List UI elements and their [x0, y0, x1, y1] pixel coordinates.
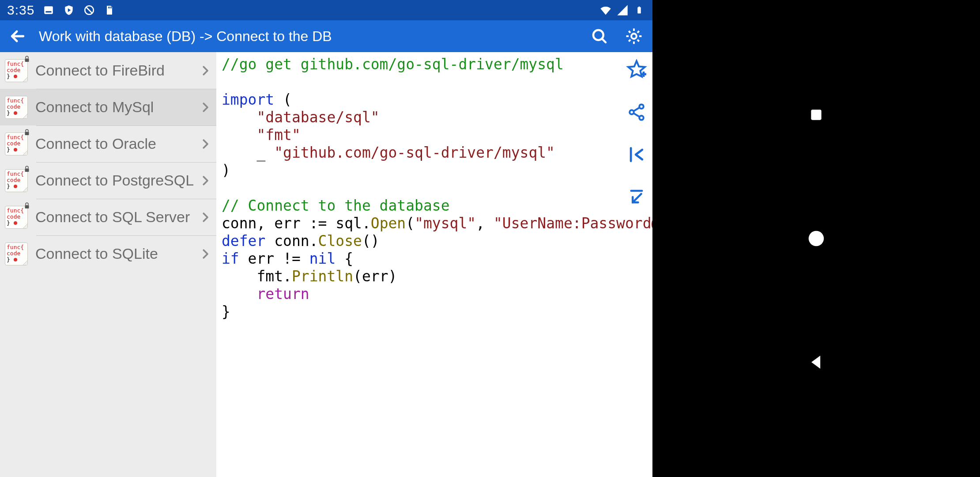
svg-rect-7	[639, 7, 640, 8]
lock-icon	[23, 129, 31, 136]
list-item-label: Connect to MySql	[35, 98, 199, 116]
page-title: Work with database (DB) -> Connect to th…	[39, 28, 577, 45]
battery-icon	[633, 4, 645, 16]
svg-rect-13	[25, 205, 29, 208]
nav-recent-button[interactable]	[803, 102, 829, 128]
android-nav-bar	[652, 0, 980, 477]
list-item-label: Connect to SQL Server	[35, 208, 199, 226]
code-snippet-icon: func{code}	[4, 241, 29, 267]
keyboard-status-icon	[42, 4, 55, 16]
code-snippet-icon: func{code}	[4, 131, 29, 157]
minimize-button[interactable]	[625, 186, 648, 208]
list-item[interactable]: func{code} Connect to MySql	[0, 89, 216, 125]
svg-rect-12	[25, 168, 29, 172]
nav-back-button[interactable]	[803, 349, 829, 375]
list-item[interactable]: func{code} Connect to FireBird	[0, 52, 216, 89]
chevron-right-icon	[199, 174, 212, 187]
list-item-label: Connect to Oracle	[35, 135, 199, 152]
code-snippet-icon: func{code}	[4, 204, 29, 230]
list-item-label: Connect to SQLite	[35, 245, 199, 262]
settings-button[interactable]	[622, 24, 646, 49]
svg-rect-11	[25, 132, 29, 135]
svg-point-9	[631, 34, 637, 39]
favorite-add-button[interactable]	[625, 58, 648, 81]
share-button[interactable]	[625, 101, 648, 124]
list-item[interactable]: func{code} Connect to Oracle	[0, 125, 216, 162]
svg-point-14	[639, 104, 644, 109]
code-pane[interactable]: //go get github.com/go-sql-driver/mysql …	[216, 52, 652, 477]
status-bar: 3:35	[0, 0, 652, 20]
lock-icon	[23, 55, 31, 63]
status-clock: 3:35	[7, 3, 34, 18]
svg-rect-10	[25, 58, 29, 62]
chevron-right-icon	[199, 64, 212, 77]
chevron-right-icon	[199, 247, 212, 261]
svg-rect-0	[45, 6, 53, 14]
list-item[interactable]: func{code} Connect to SQL Server	[0, 199, 216, 235]
list-item[interactable]: func{code} Connect to SQLite	[0, 235, 216, 272]
snippet-list: func{code} Connect to FireBirdfunc{code}…	[0, 52, 216, 477]
svg-point-16	[639, 116, 644, 120]
sd-card-icon	[103, 4, 116, 16]
back-button[interactable]	[6, 25, 29, 48]
code-snippet-icon: func{code}	[4, 168, 29, 193]
chevron-right-icon	[199, 137, 212, 151]
svg-rect-6	[637, 7, 641, 13]
svg-rect-5	[111, 7, 112, 8]
lock-icon	[23, 202, 31, 210]
list-item-label: Connect to FireBird	[35, 62, 199, 79]
search-button[interactable]	[587, 24, 612, 49]
svg-rect-3	[108, 7, 109, 8]
svg-point-18	[809, 231, 824, 246]
svg-rect-4	[109, 7, 110, 8]
code-text: //go get github.com/go-sql-driver/mysql …	[216, 52, 652, 321]
code-snippet-icon: func{code}	[4, 95, 29, 120]
code-snippet-icon: func{code}	[4, 58, 29, 83]
svg-rect-1	[46, 11, 52, 12]
svg-rect-17	[811, 110, 821, 120]
play-protect-icon	[63, 4, 75, 16]
svg-point-15	[629, 110, 634, 114]
cell-signal-icon	[616, 4, 629, 16]
list-item[interactable]: func{code} Connect to PostgreSQL	[0, 162, 216, 199]
lock-icon	[23, 165, 31, 173]
collapse-button[interactable]	[625, 143, 648, 166]
dnd-icon	[83, 4, 95, 16]
chevron-right-icon	[199, 211, 212, 224]
wifi-icon	[599, 4, 612, 16]
chevron-right-icon	[199, 101, 212, 114]
list-item-label: Connect to PostgreSQL	[35, 172, 199, 189]
app-bar: Work with database (DB) -> Connect to th…	[0, 20, 652, 52]
nav-home-button[interactable]	[803, 225, 829, 252]
